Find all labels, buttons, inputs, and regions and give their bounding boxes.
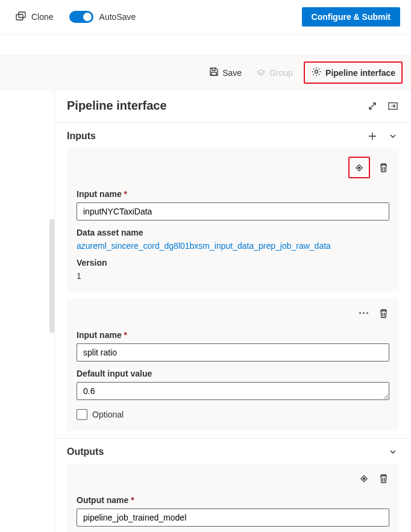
more-icon[interactable]: ···: [358, 307, 370, 319]
pipeline-interface-panel: Pipeline interface Inputs: [54, 90, 411, 532]
data-asset-label: Data asset name: [77, 228, 389, 237]
autosave-toggle[interactable]: [69, 11, 93, 23]
svg-point-6: [363, 478, 365, 480]
outputs-section: Outputs Output name T: [55, 438, 411, 532]
inputs-title: Inputs: [67, 131, 366, 142]
outputs-header: Outputs: [67, 446, 399, 464]
pipeline-interface-highlight: Pipeline interface: [304, 61, 403, 84]
locate-highlight: [348, 157, 370, 178]
default-value-field[interactable]: [77, 382, 389, 400]
group-button: Group: [253, 64, 296, 81]
input-card-0: Input name Data asset name azureml_since…: [67, 148, 399, 292]
input-name-field-0[interactable]: [77, 202, 389, 221]
input-name-field-1[interactable]: [77, 343, 389, 361]
expand-icon[interactable]: [366, 100, 378, 112]
svg-point-3: [315, 70, 318, 74]
save-label: Save: [222, 68, 242, 78]
data-asset-link[interactable]: azureml_sincere_cord_dg8l01bxsm_input_da…: [77, 241, 331, 251]
output-name-field-0[interactable]: [77, 509, 389, 527]
panel-scroll[interactable]: Pipeline interface Inputs: [55, 90, 411, 532]
version-value: 1: [77, 271, 389, 281]
version-label: Version: [77, 258, 389, 268]
clone-button[interactable]: Clone: [16, 11, 54, 23]
input-name-label-1: Input name: [77, 330, 389, 340]
collapse-inputs-button[interactable]: [387, 130, 399, 142]
input-card-1: ··· Input name Default input value Optio…: [67, 299, 399, 431]
pipeline-interface-button[interactable]: Pipeline interface: [307, 64, 399, 81]
output-card-0: Output name Type: [67, 464, 399, 532]
add-input-button[interactable]: [366, 130, 378, 142]
save-icon: [209, 67, 219, 78]
collapse-outputs-button[interactable]: [387, 446, 399, 458]
panel-outer: Pipeline interface Inputs: [0, 90, 411, 532]
save-button[interactable]: Save: [206, 64, 245, 81]
autosave-toggle-wrap: AutoSave: [69, 11, 136, 23]
clone-label: Clone: [31, 12, 54, 22]
clone-icon: [16, 11, 27, 23]
delete-icon[interactable]: [377, 161, 389, 174]
toolbar: Save Group Pipeline interface: [0, 55, 411, 90]
pipeline-interface-label: Pipeline interface: [325, 68, 395, 78]
group-icon: [256, 67, 266, 78]
panel-header: Pipeline interface: [55, 90, 411, 122]
optional-row: Optional: [77, 409, 389, 420]
svg-point-5: [359, 167, 360, 169]
optional-label: Optional: [92, 410, 124, 419]
panel-title: Pipeline interface: [67, 99, 366, 113]
delete-icon[interactable]: [377, 307, 389, 319]
output-name-label-0: Output name: [77, 495, 389, 505]
outputs-title: Outputs: [67, 446, 387, 457]
inputs-section: Inputs: [55, 122, 411, 431]
svg-rect-2: [212, 72, 216, 75]
configure-submit-button[interactable]: Configure & Submit: [302, 7, 400, 27]
input-name-label-0: Input name: [77, 189, 389, 199]
autosave-label: AutoSave: [99, 12, 136, 22]
locate-icon[interactable]: [358, 472, 370, 484]
inputs-header: Inputs: [67, 130, 399, 148]
delete-icon[interactable]: [377, 472, 389, 484]
default-value-label: Default input value: [77, 369, 389, 378]
locate-icon[interactable]: [353, 161, 365, 174]
top-bar: Clone AutoSave Configure & Submit: [0, 0, 411, 34]
dock-right-icon[interactable]: [387, 100, 399, 112]
gear-icon: [311, 66, 322, 79]
left-gutter: [0, 90, 54, 532]
optional-checkbox[interactable]: [77, 409, 87, 420]
resize-handle[interactable]: [49, 219, 54, 333]
group-label: Group: [269, 68, 293, 78]
